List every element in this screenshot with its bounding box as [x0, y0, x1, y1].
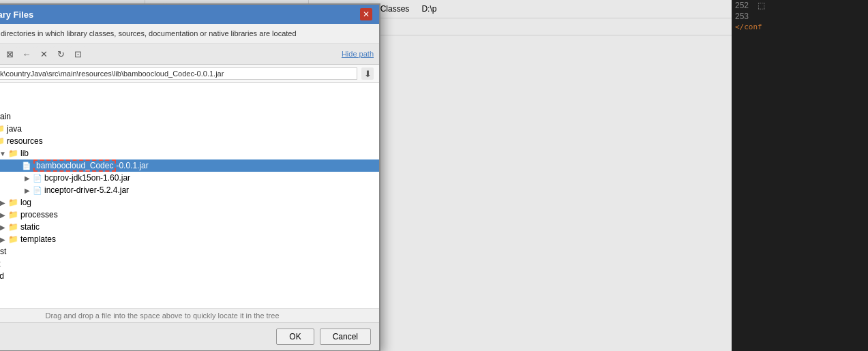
tree-item-inceptor[interactable]: ▶ 📄 inceptor-driver-5.2.4.jar: [0, 184, 379, 196]
tree-item-templates[interactable]: ▶ 📁 templates: [0, 233, 379, 245]
file-icon: 📄: [22, 162, 31, 170]
tree-label: lib: [20, 149, 29, 158]
expand-path-button[interactable]: ⬇: [361, 67, 374, 80]
classes-tab[interactable]: Classes: [380, 4, 410, 14]
copy-path-button[interactable]: ⊡: [70, 46, 85, 61]
tree-item-bcprov[interactable]: ▶ 📄 bcprov-jdk15on-1.60.jar: [0, 172, 379, 184]
right-area: Name: bam Classes D:\p Classes Select Li…: [309, 0, 868, 351]
path-short: D:\p: [421, 4, 436, 14]
folder-icon: 📁: [0, 124, 5, 134]
refresh-button[interactable]: ↻: [53, 46, 68, 61]
tree-label: java: [7, 124, 22, 134]
hide-path-link[interactable]: Hide path: [342, 50, 374, 58]
file-icon: 📄: [33, 186, 42, 195]
file-tree: ▶ 📁 doc ▼ 📁 src ▼ 📁 main: [0, 83, 379, 308]
select-library-dialog: Select Library Files ✕ Select files or d…: [0, 3, 380, 351]
code-editor-background: 252 ⬚ 253 </conf: [732, 0, 868, 351]
tree-label: templates: [20, 234, 56, 244]
footer-right: OK Cancel: [276, 329, 371, 345]
folder-icon: 📁: [8, 234, 18, 244]
tree-item-java[interactable]: ▶ 📁 java: [0, 123, 379, 135]
tree-item-bamboocloud[interactable]: 📄 bamboocloud_Codec-0.0.1.jar: [0, 159, 379, 172]
drop-hint: Drag and drop a file into the space abov…: [0, 308, 379, 322]
dialog-overlay: Select Library Files ✕ Select files or d…: [0, 0, 384, 351]
delete-button[interactable]: ✕: [36, 46, 51, 61]
tree-label: test: [0, 247, 6, 256]
tree-item-resources[interactable]: ▼ 📁 resources: [0, 135, 379, 147]
tree-item-test[interactable]: ▶ 📁 test: [0, 245, 379, 258]
expand-placeholder: ▶: [22, 174, 33, 182]
tree-item-target[interactable]: ▶ 📁 target: [0, 258, 379, 270]
expand-icon[interactable]: ▶: [0, 236, 8, 243]
path-input[interactable]: [0, 67, 357, 80]
tree-item-main[interactable]: ▼ 📁 main: [0, 110, 379, 123]
dialog-path-bar: ⬇: [0, 65, 379, 83]
tree-label: main: [0, 112, 11, 121]
folder-icon: 📁: [8, 222, 18, 232]
tree-label: upload: [0, 271, 4, 281]
folder-icon: 📁: [8, 198, 18, 207]
code-line: </conf: [732, 22, 868, 32]
tree-item-lib[interactable]: ▼ 📁 lib: [0, 147, 379, 159]
tree-item-processes[interactable]: ▶ 📁 processes: [0, 209, 379, 221]
folder-icon: 📁: [0, 136, 5, 146]
tree-item-upload[interactable]: ▶ 📁 upload: [0, 270, 379, 282]
tree-label: bcprov-jdk15on-1.60.jar: [44, 173, 130, 183]
expand-icon[interactable]: ▼: [0, 150, 8, 157]
tree-item-static[interactable]: ▶ 📁 static: [0, 221, 379, 233]
tree-label: static: [20, 222, 40, 232]
dialog-titlebar: Select Library Files ✕: [0, 5, 379, 24]
expand-icon[interactable]: ▶: [0, 211, 8, 219]
code-line: 253: [732, 11, 868, 22]
cancel-button[interactable]: Cancel: [320, 329, 371, 345]
expand-icon[interactable]: ▶: [0, 199, 8, 207]
file-icon: 📄: [33, 174, 42, 183]
tree-item-doc[interactable]: ▶ 📁 doc: [0, 86, 379, 98]
dialog-footer: ? OK Cancel: [0, 322, 379, 350]
tree-label: processes: [20, 210, 58, 219]
dialog-file-toolbar: ⌂ □ ⊞ ⊠ ← ✕ ↻ ⊡ Hide path: [0, 44, 379, 65]
expand-placeholder: ▶: [22, 187, 33, 194]
ok-button[interactable]: OK: [276, 329, 314, 345]
tree-item-log[interactable]: ▶ 📁 log: [0, 196, 379, 209]
folder-icon: 📁: [8, 149, 18, 158]
tree-label: resources: [7, 136, 43, 146]
tree-label: target: [0, 259, 1, 269]
tree-label: log: [20, 198, 31, 207]
code-line: 252 ⬚: [732, 0, 868, 11]
dialog-title: Select Library Files: [0, 10, 33, 20]
tree-label: bamboocloud_Codec-0.0.1.jar: [33, 161, 149, 170]
tree-label: inceptor-driver-5.2.4.jar: [44, 185, 129, 195]
dialog-close-button[interactable]: ✕: [360, 8, 372, 20]
back-button[interactable]: ←: [19, 46, 34, 61]
folder-icon: 📁: [8, 210, 18, 219]
expand-icon[interactable]: ▶: [0, 224, 8, 231]
expand-button[interactable]: ⊠: [2, 46, 17, 61]
dialog-subtitle: Select files or directories in which lib…: [0, 24, 379, 44]
tree-item-src[interactable]: ▼ 📁 src: [0, 98, 379, 110]
